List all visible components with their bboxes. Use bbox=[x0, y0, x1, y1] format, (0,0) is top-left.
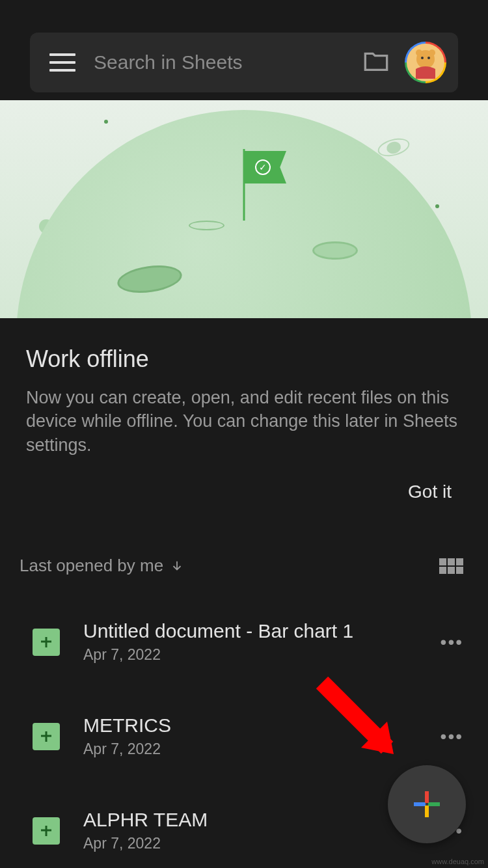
svg-point-4 bbox=[429, 49, 435, 56]
more-icon[interactable]: ••• bbox=[435, 627, 468, 658]
grid-view-icon[interactable] bbox=[439, 558, 463, 574]
sort-label: Last opened by me bbox=[20, 556, 163, 576]
arrow-down-icon bbox=[170, 559, 184, 573]
search-input[interactable] bbox=[94, 51, 363, 74]
new-file-fab[interactable] bbox=[388, 765, 466, 843]
file-item[interactable]: Untitled document - Bar chart 1 Apr 7, 2… bbox=[0, 608, 488, 675]
more-icon[interactable]: ••• bbox=[435, 721, 468, 752]
file-date: Apr 7, 2022 bbox=[83, 646, 412, 664]
offline-card-title: Work offline bbox=[26, 346, 462, 373]
file-title: ALPHR TEAM bbox=[83, 809, 412, 831]
watermark: www.deuaq.com bbox=[431, 858, 484, 865]
sheets-icon bbox=[33, 817, 60, 845]
offline-card-body: Now you can create, open, and edit recen… bbox=[26, 386, 462, 457]
file-title: METRICS bbox=[83, 714, 412, 737]
svg-point-2 bbox=[427, 57, 430, 59]
file-title: Untitled document - Bar chart 1 bbox=[83, 620, 412, 642]
svg-point-1 bbox=[421, 57, 424, 59]
svg-point-3 bbox=[416, 49, 422, 56]
list-header: Last opened by me bbox=[0, 527, 488, 582]
offline-card: Work offline Now you can create, open, a… bbox=[0, 318, 488, 527]
plus-icon bbox=[414, 791, 440, 817]
sheets-icon bbox=[33, 629, 60, 656]
sheets-icon bbox=[33, 723, 60, 750]
got-it-button[interactable]: Got it bbox=[398, 476, 462, 508]
file-item[interactable]: METRICS Apr 7, 2022 ••• bbox=[0, 703, 488, 770]
avatar[interactable] bbox=[405, 42, 446, 83]
menu-icon[interactable] bbox=[49, 53, 75, 72]
file-date: Apr 7, 2022 bbox=[83, 740, 412, 758]
file-date: Apr 7, 2022 bbox=[83, 835, 412, 852]
folder-icon[interactable] bbox=[363, 50, 389, 75]
offline-illustration: ✓ bbox=[0, 100, 488, 318]
sort-control[interactable]: Last opened by me bbox=[20, 556, 184, 576]
search-bar bbox=[30, 33, 458, 92]
